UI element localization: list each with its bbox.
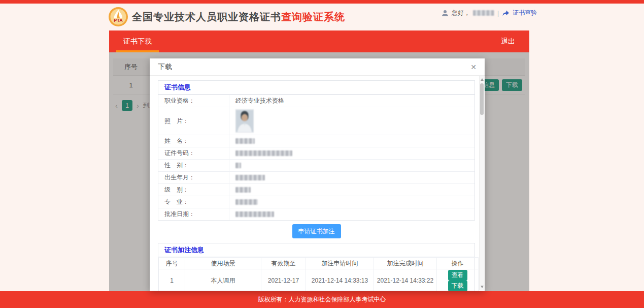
cert-verify-link[interactable]: 证书查验 (513, 9, 537, 17)
download-dialog: 下载 ✕ 证书信息 职业资格： 经济专业技术资格 照 片： (150, 58, 485, 291)
qualification-value: 经济专业技术资格 (235, 97, 284, 105)
field-row-id-number: 证件号码： (158, 147, 474, 159)
level-redacted (235, 187, 251, 193)
field-row-birth: 出生年月： (158, 171, 474, 183)
scrollbar-down-icon[interactable] (481, 286, 484, 288)
annotation-table: 序号 使用场景 有效期至 加注申请时间 加注完成时间 操作 1 本人调用 202… (158, 257, 479, 291)
field-row-gender: 性 别： (158, 159, 474, 171)
share-arrow-icon (502, 10, 510, 16)
page-title-main: 全国专业技术人员职业资格证书 (132, 11, 281, 22)
user-greeting: 您好， | 证书查验 (442, 9, 537, 17)
modal-scrollbar[interactable] (479, 76, 484, 290)
logout-button[interactable]: 退出 (501, 37, 515, 46)
copyright-text: 版权所有：人力资源和社会保障部人事考试中心 (258, 295, 386, 304)
dialog-body: 证书信息 职业资格： 经济专业技术资格 照 片： (150, 76, 479, 291)
cert-info-section-title: 证书信息 (158, 81, 474, 95)
annotation-section-title: 证书加注信息 (158, 243, 474, 257)
field-row-level: 级 别： (158, 183, 474, 196)
field-row-photo: 照 片： (158, 107, 474, 135)
gender-redacted (235, 163, 241, 168)
annotation-header-row: 序号 使用场景 有效期至 加注申请时间 加注完成时间 操作 (159, 258, 479, 269)
field-row-qualification: 职业资格： 经济专业技术资格 (158, 95, 474, 107)
approval-date-redacted (235, 211, 274, 217)
svg-text:PTA: PTA (114, 18, 123, 23)
close-icon[interactable]: ✕ (470, 63, 477, 71)
greeting-divider: | (497, 10, 499, 17)
cert-info-section: 证书信息 职业资格： 经济专业技术资格 照 片： (158, 80, 475, 221)
field-row-approval-date: 批准日期： (158, 208, 474, 220)
download-annotation-button[interactable]: 下载 (448, 281, 467, 291)
top-accent-bar (0, 0, 644, 4)
dialog-header: 下载 ✕ (150, 58, 485, 76)
page-title: 全国专业技术人员职业资格证书查询验证系统 (132, 10, 345, 24)
page-footer: 版权所有：人力资源和社会保障部人事考试中心 (0, 291, 644, 308)
tab-cert-download[interactable]: 证书下载 (123, 30, 152, 52)
pta-logo-icon: PTA (108, 7, 128, 27)
annotation-row-1: 1 本人调用 2021-12-17 2021-12-14 14:33:13 20… (159, 269, 479, 291)
apply-annotation-button[interactable]: 申请证书加注 (292, 224, 341, 238)
name-redacted (235, 138, 255, 144)
major-redacted (235, 199, 258, 205)
user-icon (442, 10, 449, 17)
field-row-major: 专 业： (158, 196, 474, 208)
birth-redacted (235, 175, 265, 180)
greeting-text: 您好， (452, 9, 470, 17)
brand-header: PTA 全国专业技术人员职业资格证书查询验证系统 (108, 7, 345, 27)
scrollbar-up-icon[interactable] (481, 78, 484, 81)
username-redacted (473, 10, 494, 16)
annotation-section: 证书加注信息 序号 使用场景 有效期至 加注申请时间 加注完成时间 操作 (158, 243, 475, 291)
main-nav: 证书下载 退出 (109, 30, 529, 52)
view-annotation-button[interactable]: 查看 (448, 270, 467, 281)
field-row-name: 姓 名： (158, 135, 474, 147)
id-number-redacted (235, 150, 292, 156)
id-photo (235, 109, 254, 133)
scrollbar-thumb[interactable] (480, 83, 484, 115)
dialog-title: 下载 (158, 63, 172, 72)
page-title-accent: 查询验证系统 (281, 11, 345, 22)
